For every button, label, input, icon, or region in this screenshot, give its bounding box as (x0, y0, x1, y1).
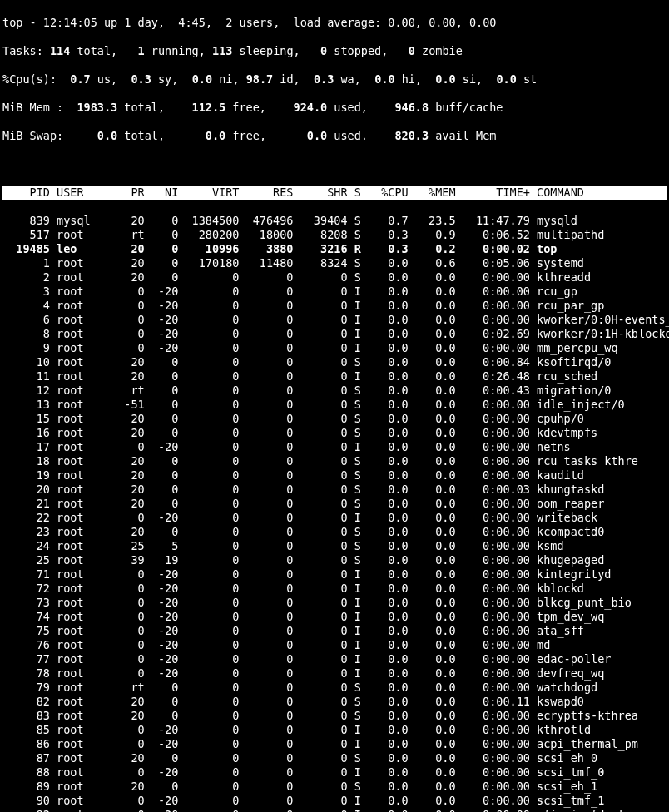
process-row: 4 root 0 -20 0 0 0 I 0.0 0.0 0:00.00 rcu… (2, 299, 667, 313)
process-row: 21 root 20 0 0 0 0 S 0.0 0.0 0:00.00 oom… (2, 497, 667, 511)
process-row: 75 root 0 -20 0 0 0 I 0.0 0.0 0:00.00 at… (2, 624, 667, 638)
process-row: 15 root 20 0 0 0 0 S 0.0 0.0 0:00.00 cpu… (2, 412, 667, 426)
terminal-output[interactable]: top - 12:14:05 up 1 day, 4:45, 2 users, … (0, 0, 669, 812)
process-row: 82 root 20 0 0 0 0 S 0.0 0.0 0:00.11 ksw… (2, 695, 667, 709)
summary-line-swap: MiB Swap: 0.0 total, 0.0 free, 0.0 used.… (2, 129, 667, 143)
process-row: 92 root 0 -20 0 0 0 I 0.0 0.0 0:00.00 vf… (2, 808, 667, 812)
summary-line-uptime: top - 12:14:05 up 1 day, 4:45, 2 users, … (2, 16, 667, 30)
process-row: 20 root 20 0 0 0 0 S 0.0 0.0 0:00.03 khu… (2, 483, 667, 497)
process-row: 13 root -51 0 0 0 0 S 0.0 0.0 0:00.00 id… (2, 398, 667, 412)
process-row: 18 root 20 0 0 0 0 S 0.0 0.0 0:00.00 rcu… (2, 454, 667, 468)
process-row: 90 root 0 -20 0 0 0 I 0.0 0.0 0:00.00 sc… (2, 794, 667, 808)
process-row: 8 root 0 -20 0 0 0 I 0.0 0.0 0:02.69 kwo… (2, 327, 667, 341)
process-row: 71 root 0 -20 0 0 0 I 0.0 0.0 0:00.00 ki… (2, 567, 667, 582)
process-row: 16 root 20 0 0 0 0 S 0.0 0.0 0:00.00 kde… (2, 426, 667, 440)
process-row: 88 root 0 -20 0 0 0 I 0.0 0.0 0:00.00 sc… (2, 765, 667, 780)
process-row: 85 root 0 -20 0 0 0 I 0.0 0.0 0:00.00 kt… (2, 723, 667, 737)
process-row: 72 root 0 -20 0 0 0 I 0.0 0.0 0:00.00 kb… (2, 582, 667, 596)
process-table-header: PID USER PR NI VIRT RES SHR S %CPU %MEM … (2, 186, 667, 200)
process-row: 11 root 20 0 0 0 0 I 0.0 0.0 0:26.48 rcu… (2, 369, 667, 384)
process-row: 73 root 0 -20 0 0 0 I 0.0 0.0 0:00.00 bl… (2, 596, 667, 610)
process-row: 3 root 0 -20 0 0 0 I 0.0 0.0 0:00.00 rcu… (2, 285, 667, 299)
summary-line-cpu: %Cpu(s): 0.7 us, 0.3 sy, 0.0 ni, 98.7 id… (2, 72, 667, 87)
process-row: 77 root 0 -20 0 0 0 I 0.0 0.0 0:00.00 ed… (2, 652, 667, 666)
process-row: 86 root 0 -20 0 0 0 I 0.0 0.0 0:00.00 ac… (2, 737, 667, 751)
process-row: 78 root 0 -20 0 0 0 I 0.0 0.0 0:00.00 de… (2, 666, 667, 681)
summary-line-tasks: Tasks: 114 total, 1 running, 113 sleepin… (2, 44, 667, 58)
process-row: 74 root 0 -20 0 0 0 I 0.0 0.0 0:00.00 tp… (2, 610, 667, 624)
process-row: 517 root rt 0 280200 18000 8208 S 0.3 0.… (2, 228, 667, 242)
process-row: 1 root 20 0 170180 11480 8324 S 0.0 0.6 … (2, 256, 667, 270)
process-row: 19 root 20 0 0 0 0 S 0.0 0.0 0:00.00 kau… (2, 468, 667, 483)
summary-line-mem: MiB Mem : 1983.3 total, 112.5 free, 924.… (2, 101, 667, 115)
process-row: 22 root 0 -20 0 0 0 I 0.0 0.0 0:00.00 wr… (2, 511, 667, 525)
process-row: 9 root 0 -20 0 0 0 I 0.0 0.0 0:00.00 mm_… (2, 341, 667, 355)
process-row: 25 root 39 19 0 0 0 S 0.0 0.0 0:00.00 kh… (2, 553, 667, 567)
process-row: 24 root 25 5 0 0 0 S 0.0 0.0 0:00.00 ksm… (2, 539, 667, 553)
process-row: 87 root 20 0 0 0 0 S 0.0 0.0 0:00.00 scs… (2, 751, 667, 765)
blank-line (2, 157, 667, 171)
process-row: 89 root 20 0 0 0 0 S 0.0 0.0 0:00.00 scs… (2, 780, 667, 794)
process-row: 76 root 0 -20 0 0 0 I 0.0 0.0 0:00.00 md (2, 638, 667, 652)
process-row: 79 root rt 0 0 0 0 S 0.0 0.0 0:00.00 wat… (2, 681, 667, 695)
process-row: 23 root 20 0 0 0 0 S 0.0 0.0 0:00.00 kco… (2, 525, 667, 539)
process-row: 10 root 20 0 0 0 0 S 0.0 0.0 0:00.84 kso… (2, 355, 667, 369)
process-row: 17 root 0 -20 0 0 0 I 0.0 0.0 0:00.00 ne… (2, 440, 667, 454)
process-row: 6 root 0 -20 0 0 0 I 0.0 0.0 0:00.00 kwo… (2, 313, 667, 327)
process-table-body: 839 mysql 20 0 1384500 476496 39404 S 0.… (2, 214, 667, 812)
process-row: 19485 leo 20 0 10996 3880 3216 R 0.3 0.2… (2, 242, 667, 256)
process-row: 839 mysql 20 0 1384500 476496 39404 S 0.… (2, 214, 667, 228)
process-row: 2 root 20 0 0 0 0 S 0.0 0.0 0:00.00 kthr… (2, 270, 667, 285)
process-row: 83 root 20 0 0 0 0 S 0.0 0.0 0:00.00 ecr… (2, 709, 667, 723)
process-row: 12 root rt 0 0 0 0 S 0.0 0.0 0:00.43 mig… (2, 384, 667, 398)
